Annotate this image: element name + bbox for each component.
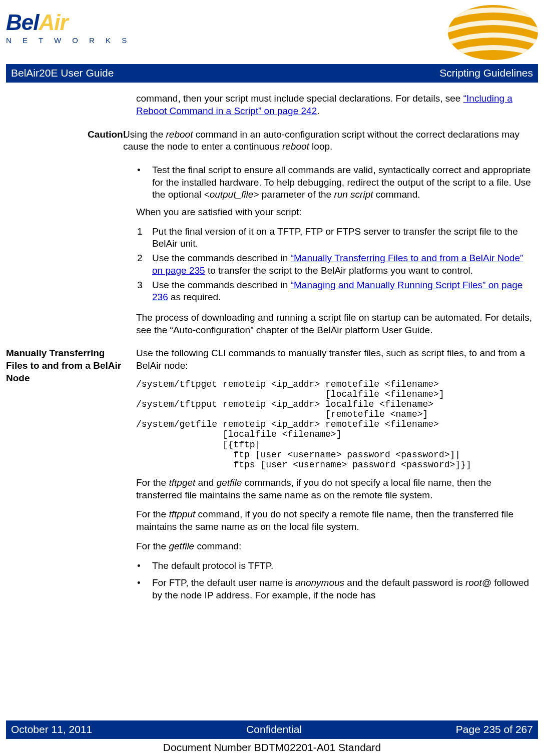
- document-number: Document Number BDTM02201-A01 Standard: [0, 740, 544, 754]
- cli-code-block: /system/tftpget remoteip <ip_addr> remot…: [136, 379, 533, 470]
- wave-icon: [408, 5, 538, 60]
- section-intro: Use the following CLI commands to manual…: [136, 347, 533, 372]
- auto-config-para: The process of downloading and running a…: [136, 312, 533, 336]
- continuation-paragraph: command, then your script must include s…: [136, 93, 533, 117]
- tftpget-note: For the tftpget and getfile commands, if…: [136, 477, 533, 501]
- bullet-icon: •: [136, 164, 152, 201]
- tftpput-note: For the tftpput command, if you do not s…: [136, 508, 533, 533]
- title-banner: BelAir20E User Guide Scripting Guideline…: [6, 64, 538, 83]
- logo-text-air: Air: [39, 10, 68, 35]
- caution-label: Caution!: [6, 129, 136, 160]
- satisfied-text: When you are satisfied with your script:: [136, 206, 533, 219]
- list-item: 3 Use the commands described in “Managin…: [136, 279, 533, 304]
- footer-date: October 11, 2011: [11, 722, 92, 736]
- logo-text-bel: Bel: [6, 10, 39, 35]
- section-title: Scripting Guidelines: [439, 66, 533, 80]
- bullet-icon: •: [136, 577, 152, 601]
- caution-text: Using the reboot command in an auto-conf…: [123, 129, 533, 153]
- section-heading: Manually Transferring Files to and from …: [6, 347, 136, 606]
- step-number: 3: [136, 279, 152, 304]
- bullet-icon: •: [136, 560, 152, 572]
- list-item: • For FTP, the default user name is anon…: [136, 577, 533, 601]
- step-number: 1: [136, 226, 152, 250]
- footer-confidential: Confidential: [246, 722, 302, 736]
- getfile-header: For the getfile command:: [136, 540, 533, 553]
- footer-banner: October 11, 2011 Confidential Page 235 o…: [6, 720, 538, 739]
- list-item: 1 Put the final version of it on a TFTP,…: [136, 226, 533, 250]
- list-item: • Test the final script to ensure all co…: [136, 164, 533, 201]
- list-item: • The default protocol is TFTP.: [136, 560, 533, 572]
- step-number: 2: [136, 252, 152, 277]
- footer-page: Page 235 of 267: [456, 722, 533, 736]
- list-item: 2 Use the commands described in “Manuall…: [136, 252, 533, 277]
- page-header: BelAir N E T W O R K S: [6, 5, 538, 64]
- doc-title: BelAir20E User Guide: [11, 66, 114, 80]
- brand-logo: BelAir N E T W O R K S: [6, 5, 131, 46]
- logo-subtext: N E T W O R K S: [6, 36, 131, 46]
